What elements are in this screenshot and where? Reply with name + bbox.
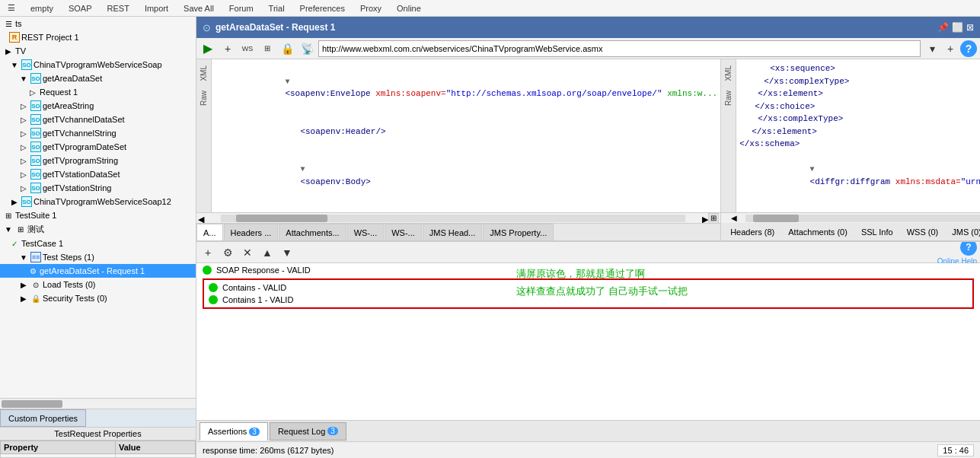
- getarea-req1-icon: ⚙: [27, 266, 38, 276]
- toolbar-right: ▾ + ?: [924, 40, 977, 57]
- sidebar-item-request1[interactable]: ▷ Request 1: [0, 85, 196, 99]
- sidebar-item-getstationdataset-label: getTVstationDataSet: [43, 170, 120, 179]
- tab-jms-head[interactable]: JMS Head...: [423, 224, 483, 240]
- custom-props-button[interactable]: Custom Properties: [0, 409, 86, 427]
- sidebar-item-testcase1[interactable]: ✓ TestCase 1: [0, 237, 196, 250]
- left-xml-content[interactable]: ▼ <soapenv:Envelope xmlns:soapenv="http:…: [212, 59, 720, 212]
- menu-forum[interactable]: Forum: [225, 2, 258, 14]
- sidebar-item-getstationdataset[interactable]: ▷ SO getTVstationDataSet: [0, 167, 196, 181]
- sidebar-item-rest-project[interactable]: R REST Project 1: [0, 30, 196, 44]
- right-scroll-left[interactable]: ◀: [723, 215, 745, 222]
- getchanneldataset-soap-icon: SO: [30, 114, 41, 125]
- help-button[interactable]: ?: [960, 242, 977, 256]
- sidebar-item-getareastring[interactable]: ▷ SO getAreaString: [0, 99, 196, 113]
- tab-ws1[interactable]: WS-...: [347, 224, 385, 240]
- bottom-tab-requestlog[interactable]: Request Log 3: [270, 422, 346, 441]
- sidebar-item-getarea[interactable]: ▼ SO getAreaDataSet: [0, 72, 196, 85]
- sidebar-item-getprogramdateset[interactable]: ▷ SO getTVprogramDateSet: [0, 140, 196, 154]
- left-scroll-corner[interactable]: ⊞: [708, 213, 719, 224]
- sidebar-item-getprogramstring[interactable]: ▷ SO getTVprogramString: [0, 154, 196, 167]
- assertion-delete-button[interactable]: ✕: [239, 244, 256, 261]
- sidebar-item-getarea-req1[interactable]: ⚙ getAreaDataSet - Request 1: [0, 264, 196, 278]
- props-header: TestRequest Properties: [0, 428, 196, 441]
- raw-label-right[interactable]: Raw: [723, 87, 734, 109]
- tab-attachments-right[interactable]: Attachments (0): [782, 226, 854, 238]
- dropdown-button[interactable]: ▾: [924, 40, 940, 57]
- xml-label-right[interactable]: XML: [723, 62, 734, 84]
- expand-body[interactable]: ▼: [300, 165, 305, 173]
- help-area: ? Online Help: [937, 242, 977, 266]
- tab-jms-prop[interactable]: JMS Property...: [483, 224, 554, 240]
- tab-ws2[interactable]: WS-...: [385, 224, 422, 240]
- title-icons: 📌 ⬜ ⊠: [937, 22, 974, 33]
- play-button[interactable]: ▶: [200, 40, 216, 57]
- getprogramdateset-icon: ▷: [18, 142, 29, 152]
- sidebar-scrollbar-thumb[interactable]: [2, 400, 62, 408]
- left-scroll-left[interactable]: ◀: [198, 215, 221, 222]
- sidebar-item-cehsi[interactable]: ▼ ⊞ 测试: [0, 222, 196, 237]
- add-endpoint-button[interactable]: +: [942, 40, 959, 57]
- right-xml-panel: XML Raw ▲ ▼ <xs:sequence> </xs:complexTy…: [721, 59, 980, 241]
- menu-preferences[interactable]: Preferences: [295, 2, 350, 14]
- endpoints-button[interactable]: 📡: [298, 40, 315, 57]
- sidebar-item-testsuite1[interactable]: ⊞ TestSuite 1: [0, 208, 196, 222]
- sidebar-item-teststeps[interactable]: ▼ ≡≡ Test Steps (1): [0, 250, 196, 264]
- assertion-toolbar: + ⚙ ✕ ▲ ▼ ? Online Help: [196, 242, 980, 263]
- pin-icon[interactable]: 📌: [937, 22, 949, 33]
- tab-a[interactable]: A...: [196, 224, 223, 240]
- expand-envelope[interactable]: ▼: [285, 78, 289, 86]
- sidebar-item-soap12[interactable]: ▶ SO ChinaTVprogramWebServiceSoap12: [0, 195, 196, 208]
- tab-attachments[interactable]: Attachments...: [279, 224, 346, 240]
- right-xml-scrollbar[interactable]: ◀ ▶: [721, 212, 980, 223]
- left-xml-scrollbar[interactable]: ◀ ▶ ⊞: [196, 212, 720, 223]
- menu-online[interactable]: Online: [392, 2, 426, 14]
- page-title: getAreaDataSet - Request 1: [215, 22, 933, 33]
- sidebar-item-ts[interactable]: ☰ ts: [0, 17, 196, 30]
- sidebar-item-getchanneldataset[interactable]: ▷ SO getTVchannelDataSet: [0, 113, 196, 126]
- sidebar-item-tv-label: TV: [15, 46, 26, 56]
- assertion-add-button[interactable]: +: [200, 244, 216, 261]
- menu-trial[interactable]: Trial: [264, 2, 289, 14]
- sidebar-item-soap1[interactable]: ▼ SO ChinaTVprogramWebServiceSoap: [0, 58, 196, 72]
- bottom-tab-assertions[interactable]: Assertions 3: [200, 422, 268, 441]
- tab-ssl-right[interactable]: SSL Info: [855, 226, 899, 238]
- tab-jms-right[interactable]: JMS (0): [946, 226, 980, 238]
- auth-button[interactable]: 🔒: [279, 40, 295, 57]
- sidebar-item-tv[interactable]: ▶ TV: [0, 44, 196, 58]
- sidebar-item-loadtests-label: Load Tests (0): [43, 280, 96, 289]
- menu-soap[interactable]: SOAP: [64, 2, 97, 14]
- url-input[interactable]: [318, 40, 921, 57]
- left-scroll-right[interactable]: ▶: [685, 215, 708, 222]
- assertion-down-button[interactable]: ▼: [279, 244, 295, 261]
- sidebar-item-loadtests[interactable]: ▶ ⊙ Load Tests (0): [0, 278, 196, 291]
- add-wsdl-button[interactable]: ⊞: [259, 40, 276, 57]
- tab-wss-right[interactable]: WSS (0): [901, 226, 945, 238]
- help-circle-button[interactable]: ?: [960, 40, 977, 57]
- menu-save-all[interactable]: Save All: [179, 2, 219, 14]
- add-button[interactable]: +: [219, 40, 236, 57]
- menu-hamburger[interactable]: ☰: [3, 2, 20, 14]
- r-xml-line-3: </xs:element>: [739, 87, 980, 100]
- menu-proxy[interactable]: Proxy: [356, 2, 386, 14]
- restore-icon[interactable]: ⊠: [966, 22, 974, 33]
- right-xml-content[interactable]: ▲ ▼ <xs:sequence> </xs:complexType> </xs…: [736, 59, 980, 212]
- tab-headers[interactable]: Headers ...: [224, 224, 279, 240]
- r-expand-diffgr[interactable]: ▼: [810, 165, 815, 173]
- sidebar-scrollbar[interactable]: [0, 398, 196, 409]
- right-scroll-thumb[interactable]: [753, 215, 799, 222]
- request-icon: ▷: [27, 87, 38, 97]
- xml-label-left[interactable]: XML: [198, 62, 209, 84]
- maximize-icon[interactable]: ⬜: [952, 22, 963, 33]
- menu-import[interactable]: Import: [140, 2, 173, 14]
- sidebar-item-securitytests[interactable]: ▶ 🔒 Security Tests (0): [0, 291, 196, 305]
- assertion-up-button[interactable]: ▲: [259, 244, 276, 261]
- wsdl-button[interactable]: WS: [239, 40, 256, 57]
- menu-empty[interactable]: empty: [26, 2, 58, 14]
- assertion-config-button[interactable]: ⚙: [219, 244, 236, 261]
- menu-rest[interactable]: REST: [103, 2, 134, 14]
- left-scroll-thumb[interactable]: [236, 215, 327, 222]
- raw-label-left[interactable]: Raw: [198, 87, 209, 109]
- tab-headers-right[interactable]: Headers (8): [724, 226, 780, 238]
- sidebar-item-getchannelstring[interactable]: ▷ SO getTVchannelString: [0, 126, 196, 140]
- sidebar-item-getstationstring[interactable]: ▷ SO getTVstationString: [0, 181, 196, 195]
